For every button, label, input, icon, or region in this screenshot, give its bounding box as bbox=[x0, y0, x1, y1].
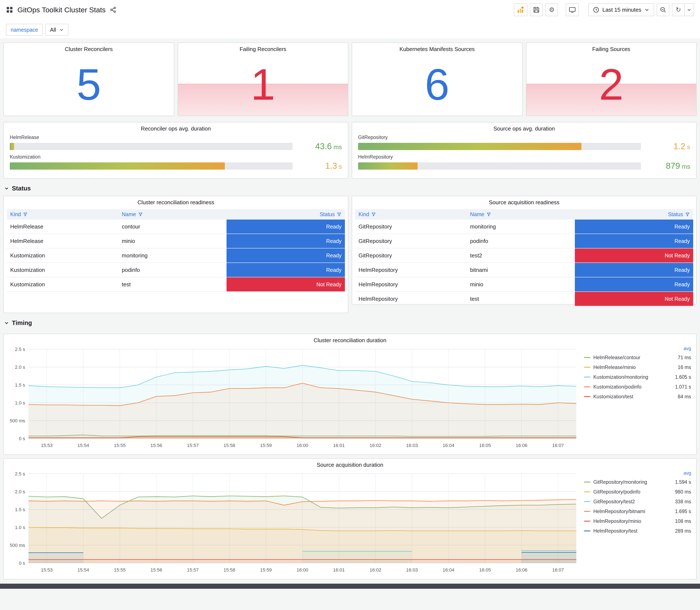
panel-title[interactable]: Reconciler ops avg. duration bbox=[4, 123, 348, 133]
panel-title[interactable]: Source acquisition duration bbox=[4, 459, 696, 469]
cell-kind: GitRepository bbox=[355, 234, 467, 248]
stat-panel-failing-reconcilers: Failing Reconcilers 1 bbox=[178, 43, 348, 116]
grafana-dashboard: GitOps Toolkit Cluster Stats ⚙ L bbox=[0, 0, 700, 610]
table-row: HelmRepositorybitnamiReady bbox=[355, 263, 693, 277]
x-axis-label: 16:06 bbox=[516, 443, 527, 448]
legend-series-name[interactable]: HelmRepository/bitnami bbox=[593, 509, 645, 514]
legend-series-name[interactable]: Kustomization/monitoring bbox=[593, 374, 648, 380]
section-header-timing[interactable]: Timing bbox=[3, 313, 697, 330]
stats-row: Cluster Reconcilers 5 Failing Reconciler… bbox=[3, 43, 697, 116]
time-series-plot[interactable]: 0 s500 ms1.0 s1.5 s2.0 s2.5 s15:5315:541… bbox=[4, 345, 582, 450]
refresh-button[interactable]: ↻ bbox=[672, 3, 685, 16]
legend-series-name[interactable]: GitRepository/test2 bbox=[593, 499, 635, 504]
legend-series-avg: 289 ms bbox=[675, 528, 691, 534]
legend-series-avg: 1.594 s bbox=[675, 479, 691, 485]
legend-series-color bbox=[584, 530, 590, 531]
cell-name: bitnami bbox=[467, 263, 575, 277]
cycle-view-button[interactable] bbox=[566, 3, 579, 16]
section-header-status[interactable]: Status bbox=[3, 178, 697, 196]
y-axis-label: 2.0 s bbox=[15, 365, 25, 370]
panel-title[interactable]: Kubernetes Manifests Sources bbox=[352, 43, 522, 54]
legend-series-color bbox=[584, 521, 590, 521]
column-header-name[interactable]: Name bbox=[467, 209, 575, 220]
legend-series-name[interactable]: HelmRepository/minio bbox=[593, 518, 641, 524]
panel-title[interactable]: Cluster reconciliation readiness bbox=[4, 196, 348, 207]
legend-series-name[interactable]: HelmRelease/contour bbox=[593, 355, 640, 360]
x-axis-label: 15:59 bbox=[260, 567, 272, 573]
bar-gauge-track bbox=[10, 162, 293, 170]
y-axis-label: 500 ms bbox=[10, 543, 25, 548]
legend-row: HelmRepository/bitnami1.695 s bbox=[584, 507, 691, 516]
bar-gauge-value: 43.6ms bbox=[298, 142, 342, 151]
time-range-picker[interactable]: Last 15 minutes bbox=[588, 3, 654, 16]
column-header-kind[interactable]: Kind bbox=[355, 209, 467, 220]
dashboard-settings-button[interactable]: ⚙ bbox=[545, 3, 558, 16]
legend-row: Kustomization/podinfo1.071 s bbox=[584, 382, 691, 392]
legend-series-name[interactable]: GitRepository/monitoring bbox=[593, 479, 647, 485]
legend-series-avg: 1.605 s bbox=[675, 374, 691, 380]
cell-kind: HelmRepository bbox=[355, 277, 467, 292]
column-header-status[interactable]: Status bbox=[575, 209, 693, 220]
x-axis-label: 15:57 bbox=[187, 567, 199, 573]
bar-gauge-label: HelmRelease bbox=[10, 134, 342, 140]
chart-legend: avgHelmRelease/contour71 msHelmRelease/m… bbox=[582, 345, 696, 450]
table-row: HelmRepositorytestNot Ready bbox=[355, 292, 693, 306]
panel-source-ops-duration: Source ops avg. duration GitRepository 1… bbox=[352, 122, 697, 178]
bar-gauge-fill bbox=[10, 143, 14, 150]
cell-name: test bbox=[467, 292, 575, 306]
column-header-status[interactable]: Status bbox=[227, 209, 345, 220]
y-axis-label: 2.0 s bbox=[15, 489, 25, 494]
panel-title[interactable]: Cluster reconciliation duration bbox=[4, 334, 696, 345]
bar-gauge-track bbox=[358, 143, 641, 150]
bar-gauge-row: GitRepository 1.2s bbox=[358, 134, 690, 151]
save-dashboard-button[interactable] bbox=[530, 3, 543, 16]
cell-name: monitoring bbox=[467, 220, 575, 234]
legend-avg-header: avg bbox=[584, 470, 691, 477]
legend-series-name[interactable]: GitRepository/podinfo bbox=[593, 489, 640, 495]
stat-value: 1 bbox=[178, 53, 348, 116]
x-axis-label: 15:56 bbox=[150, 567, 162, 573]
status-badge: Ready bbox=[575, 234, 693, 248]
caret-down-icon bbox=[59, 28, 64, 32]
time-series-plot[interactable]: 0 s500 ms1.0 s1.5 s2.0 s2.5 s15:5315:541… bbox=[4, 469, 582, 575]
variable-selected-value: All bbox=[50, 27, 56, 33]
panel-title[interactable]: Cluster Reconcilers bbox=[4, 43, 174, 54]
add-panel-button[interactable] bbox=[514, 3, 527, 16]
legend-series-color bbox=[584, 482, 590, 482]
x-axis-label: 16:05 bbox=[479, 567, 491, 573]
namespace-variable-dropdown[interactable]: All bbox=[45, 24, 68, 36]
status-badge: Ready bbox=[575, 277, 693, 291]
panel-title[interactable]: Source acquisition readiness bbox=[352, 196, 696, 207]
column-header-kind[interactable]: Kind bbox=[7, 209, 118, 220]
table-row: HelmRepositoryminioReady bbox=[355, 277, 693, 292]
panel-title[interactable]: Failing Reconcilers bbox=[178, 43, 348, 54]
gauges-row: Reconciler ops avg. duration HelmRelease… bbox=[3, 122, 697, 178]
panel-cluster-reconciliation-readiness: Cluster reconciliation readiness KindNam… bbox=[3, 196, 348, 313]
panel-title[interactable]: Failing Sources bbox=[526, 43, 696, 54]
column-header-name[interactable]: Name bbox=[118, 209, 227, 220]
legend-series-avg: 71 ms bbox=[678, 355, 691, 360]
legend-series-name[interactable]: HelmRelease/minio bbox=[593, 365, 636, 370]
y-axis-label: 0 s bbox=[19, 561, 25, 566]
legend-series-name[interactable]: Kustomization/test bbox=[593, 394, 633, 400]
share-icon[interactable] bbox=[110, 6, 116, 13]
navbar: GitOps Toolkit Cluster Stats ⚙ L bbox=[0, 0, 700, 19]
legend-series-name[interactable]: Kustomization/podinfo bbox=[593, 384, 641, 390]
dashboard-grid-icon[interactable] bbox=[6, 6, 13, 13]
zoom-out-icon bbox=[660, 6, 666, 13]
cell-name: test2 bbox=[467, 248, 575, 263]
gear-icon: ⚙ bbox=[549, 6, 555, 13]
panel-title[interactable]: Source ops avg. duration bbox=[352, 123, 696, 133]
x-axis-label: 16:05 bbox=[479, 443, 491, 448]
x-axis-label: 15:54 bbox=[77, 443, 89, 448]
legend-series-name[interactable]: HelmRepository/test bbox=[593, 528, 637, 534]
zoom-out-button[interactable] bbox=[657, 3, 669, 16]
legend-series-color bbox=[584, 357, 590, 358]
legend-series-avg: 980 ms bbox=[675, 489, 691, 495]
table-row: KustomizationtestNot Ready bbox=[7, 277, 345, 292]
table-row: GitRepositorymonitoringReady bbox=[355, 220, 693, 234]
refresh-interval-dropdown[interactable] bbox=[685, 3, 694, 16]
legend-row: Kustomization/test84 ms bbox=[584, 392, 691, 401]
legend-row: GitRepository/monitoring1.594 s bbox=[584, 477, 691, 487]
variables-bar: namespace All bbox=[0, 19, 700, 38]
